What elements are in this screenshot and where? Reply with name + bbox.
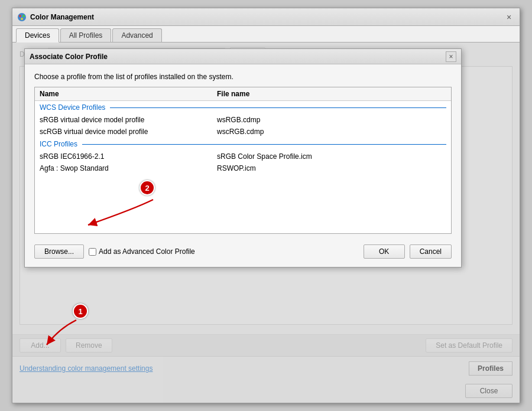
svg-point-3 [21,18,23,20]
profile-name-1: sRGB virtual device model profile [40,116,217,124]
browse-button[interactable]: Browse... [34,244,84,259]
table-row[interactable]: sRGB IEC61966-2.1 sRGB Color Space Profi… [35,151,451,162]
icc-group-header: ICC Profiles [35,138,451,151]
tabs-bar: Devices All Profiles Advanced [12,26,520,43]
dialog-overlay: 1 Associate Color Profile × [12,43,520,403]
icc-group-line [82,144,446,145]
app-icon [17,12,27,22]
profile-file-2: wscRGB.cdmp [217,128,446,136]
profile-table: Name File name WCS Device Profiles sRGB … [34,87,452,234]
wcs-group-label: WCS Device Profiles [40,103,105,112]
window-close-button[interactable]: × [503,11,515,23]
title-bar: Color Management × [12,8,520,26]
profile-file-3: sRGB Color Space Profile.icm [217,152,446,161]
wcs-group-header: WCS Device Profiles [35,101,451,114]
tab-devices[interactable]: Devices [16,28,59,43]
ok-button[interactable]: OK [364,244,405,259]
dialog-title-bar: Associate Color Profile × [25,49,461,64]
dialog-title: Associate Color Profile [30,53,446,61]
add-advanced-checkbox-label[interactable]: Add as Advanced Color Profile [89,247,195,256]
table-row[interactable]: Agfa : Swop Standard RSWOP.icm [35,162,451,174]
tab-all-profiles[interactable]: All Profiles [60,28,112,42]
main-window: Color Management × Devices All Profiles … [12,8,520,403]
annotation-1-arrow [41,320,88,350]
profile-name-3: sRGB IEC61966-2.1 [40,152,217,161]
table-header: Name File name [35,87,451,101]
cancel-button[interactable]: Cancel [410,244,452,259]
dialog-instruction: Choose a profile from the list of profil… [34,73,452,81]
dialog-actions: Browse... Add as Advanced Color Profile … [34,241,452,261]
annotation-1: 1 [73,304,88,319]
profile-name-2: scRGB virtual device model profile [40,128,217,136]
tab-advanced[interactable]: Advanced [112,28,161,42]
add-advanced-checkbox[interactable] [89,248,96,256]
col-filename-header: File name [217,90,446,98]
dialog-body: Choose a profile from the list of profil… [25,64,461,267]
profile-name-4: Agfa : Swop Standard [40,164,217,172]
svg-point-1 [19,15,21,17]
col-name-header: Name [40,90,217,98]
profile-file-1: wsRGB.cdmp [217,116,446,124]
wcs-group-line [110,107,446,108]
table-row[interactable]: scRGB virtual device model profile wscRG… [35,126,451,138]
icc-group-label: ICC Profiles [40,140,77,148]
table-row[interactable]: sRGB virtual device model profile wsRGB.… [35,114,451,126]
svg-point-2 [22,15,25,17]
dialog-close-button[interactable]: × [446,51,456,62]
associate-color-profile-dialog: Associate Color Profile × Choose a profi… [24,48,462,268]
add-advanced-label: Add as Advanced Color Profile [99,247,195,256]
annotation-2-arrow [124,197,171,232]
profile-file-4: RSWOP.icm [217,164,446,172]
table-body: WCS Device Profiles sRGB virtual device … [35,101,451,233]
window-title: Color Management [30,13,503,21]
annotation-2: 2 [140,180,155,195]
